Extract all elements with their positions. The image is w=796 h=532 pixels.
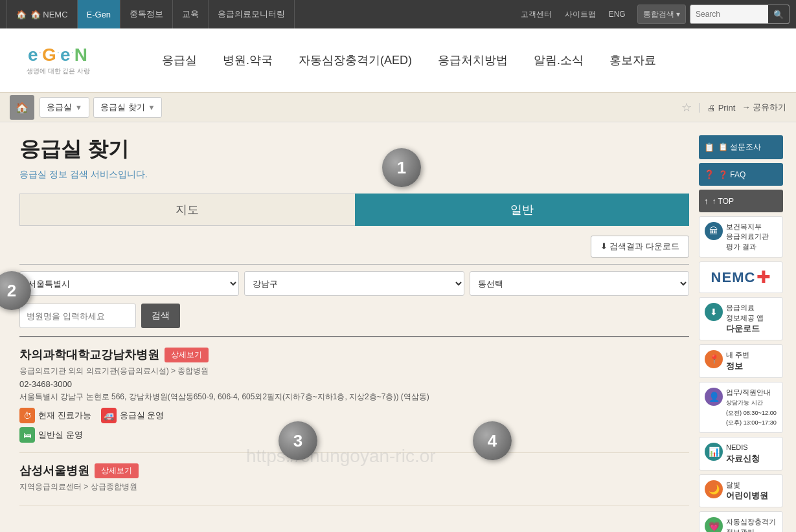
bed-icon: 🛏 <box>19 427 35 443</box>
district-select[interactable]: 강남구 <box>244 271 464 296</box>
staff-icon: 👤 <box>705 388 723 406</box>
favorite-star-button[interactable]: ☆ <box>681 100 692 115</box>
staff-text: 업무/직원안내상담가능 시간(오전) 08:30~12:00(오후) 13:00… <box>726 388 777 428</box>
hospital-detail-button-2[interactable]: 상세보기 <box>95 463 139 478</box>
sidebar-card-nearby[interactable]: 📍 내 주변정보 <box>699 344 783 378</box>
top-nav-jungdok[interactable]: 중독정보 <box>120 0 173 28</box>
top-nav-right: 고객센터 사이트맵 ENG 통합검색 ▾ 🔍 <box>514 5 790 24</box>
aed-text: 자동심장충격기정보관리 <box>726 517 776 532</box>
tab-general[interactable]: 일반 <box>355 194 690 226</box>
hospital-name-2: 삼성서울병원 <box>19 463 89 478</box>
chevron-down-icon: ▼ <box>75 104 82 111</box>
nemc-text: NEMC <box>711 269 756 286</box>
sidebar-card-health-ministry[interactable]: 🏛 보건복지부응급의료기관평가 결과 <box>699 216 783 258</box>
breadcrumb-home-button[interactable]: 🏠 <box>10 95 34 120</box>
tab-map[interactable]: 지도 <box>19 194 355 226</box>
print-button[interactable]: 🖨 Print <box>707 103 735 113</box>
search-combo-dropdown[interactable]: 통합검색 ▾ <box>637 5 686 24</box>
top-nav-sitemap[interactable]: 사이트맵 <box>558 9 602 20</box>
step-circle-4: 4 <box>473 421 512 460</box>
moon-icon: 🌙 <box>705 480 723 498</box>
hospital-type-2: 지역응급의료센터 > 상급종합병원 <box>19 482 689 493</box>
top-navigation: 🏠 🏠 NEMC E-Gen 중독정보 교육 응급의료모니터링 고객센터 사이트… <box>0 0 796 28</box>
heart-icon: 💗 <box>705 517 723 532</box>
search-filter-row: 검색 <box>19 304 689 328</box>
nemc-cross-icon: ✚ <box>756 267 771 287</box>
hospital-badges-2: 🛏 일반실 운영 <box>19 427 689 443</box>
faq-button[interactable]: ❓ ❓ FAQ <box>699 163 783 186</box>
logo[interactable]: e·G·e·N 생명에 대한 깊은 사랑 <box>19 38 97 83</box>
share-button[interactable]: → 공유하기 <box>742 102 786 113</box>
menu-news[interactable]: 알림.소식 <box>534 49 584 71</box>
nearby-text: 내 주변정보 <box>726 350 749 372</box>
page-content: 1 2 응급실 찾기 응급실 정보 검색 서비스입니다. 지도 일반 ⬇ 검색결… <box>0 122 796 532</box>
top-nav-monitoring[interactable]: 응급의료모니터링 <box>209 0 295 28</box>
step-circle-3: 3 <box>279 421 317 460</box>
top-nav-eng[interactable]: ENG <box>602 10 632 19</box>
top-nav-left: 🏠 🏠 NEMC E-Gen 중독정보 교육 응급의료모니터링 <box>6 0 295 28</box>
menu-promo[interactable]: 홍보자료 <box>609 49 656 71</box>
hospital-search-button[interactable]: 검색 <box>141 304 180 328</box>
top-search-input[interactable] <box>690 5 768 23</box>
sidebar-card-nedis[interactable]: 📊 NEDIS자료신청 <box>699 437 783 471</box>
nedis-text: NEDIS자료신청 <box>726 443 760 465</box>
survey-button[interactable]: 📋 📋 설문조사 <box>699 135 783 159</box>
top-search-button[interactable]: 🔍 <box>768 5 789 23</box>
main-navigation: e·G·e·N 생명에 대한 깊은 사랑 응급실 병원.약국 자동심장충격기(A… <box>0 28 796 93</box>
step-circle-1: 1 <box>382 148 421 187</box>
hospital-detail-button[interactable]: 상세보기 <box>165 348 209 362</box>
main-content: 1 2 응급실 찾기 응급실 정보 검색 서비스입니다. 지도 일반 ⬇ 검색결… <box>19 135 689 532</box>
menu-emergency-room[interactable]: 응급실 <box>162 49 197 71</box>
home-icon: 🏠 <box>16 102 28 114</box>
top-search-wrap: 🔍 <box>690 5 790 24</box>
results-area: 3 4 차의과학대학교강남차병원 상세보기 응급의료기관 외의 의료기관(응급의… <box>19 336 689 505</box>
logo-subtitle: 생명에 대한 깊은 사랑 <box>27 67 90 76</box>
menu-first-aid[interactable]: 응급처치방법 <box>438 49 508 71</box>
hospital-item: 차의과학대학교강남차병원 상세보기 응급의료기관 외의 의료기관(응급의료시설)… <box>19 337 689 453</box>
view-tabs: 지도 일반 <box>19 194 689 226</box>
breadcrumb-segment-emergency[interactable]: 응급실 ▼ <box>40 97 89 118</box>
breadcrumb-actions: ☆ | 🖨 Print → 공유하기 <box>681 100 786 115</box>
top-nav-education[interactable]: 교육 <box>173 0 209 28</box>
hospital-name: 차의과학대학교강남차병원 <box>19 347 159 362</box>
sidebar-card-aed[interactable]: 💗 자동심장충격기정보관리 <box>699 511 783 532</box>
moonlight-text: 달빛어린이병원 <box>726 480 768 502</box>
nemc-logo-card[interactable]: NEMC ✚ <box>699 261 783 293</box>
city-select[interactable]: 서울특별시 <box>19 271 239 296</box>
sidebar-card-download[interactable]: ⬇ 응급의료정보제공 앱다운로드 <box>699 297 783 340</box>
logo-text: e·G·e·N <box>28 45 89 65</box>
page-subtitle: 응급실 정보 검색 서비스입니다. <box>19 169 689 181</box>
sidebar-card-moonlight[interactable]: 🌙 달빛어린이병원 <box>699 474 783 508</box>
main-menu: 응급실 병원.약국 자동심장충격기(AED) 응급처치방법 알림.소식 홍보자료 <box>162 49 656 71</box>
arrow-up-icon: ↑ <box>704 196 709 206</box>
hospital-search-input[interactable] <box>19 304 136 328</box>
menu-hospital-pharmacy[interactable]: 병원.약국 <box>223 49 273 71</box>
hospital-address: 서울특별시 강남구 논현로 566, 강남차병원(역삼동650-9, 606-4… <box>19 392 689 403</box>
hospital-item-2: 삼성서울병원 상세보기 지역응급의료센터 > 상급종합병원 <box>19 453 689 505</box>
ambulance-icon: 🚑 <box>101 408 117 423</box>
top-nav-egen[interactable]: E-Gen <box>78 0 121 28</box>
hospital-badges: ⏱ 현재 진료가능 🚑 응급실 운영 <box>19 408 689 423</box>
dong-select[interactable]: 동선택 <box>470 271 689 296</box>
divider: | <box>698 102 701 113</box>
badge-inpatient: 🛏 일반실 운영 <box>19 427 83 443</box>
logo-area: e·G·e·N 생명에 대한 깊은 사랑 <box>19 38 136 83</box>
chart-icon: 📊 <box>705 443 723 461</box>
breadcrumb-segment-find[interactable]: 응급실 찾기 ▼ <box>93 97 163 118</box>
location-icon: 📍 <box>705 350 723 368</box>
top-nav-customer[interactable]: 고객센터 <box>514 9 558 20</box>
sidebar-card-staff[interactable]: 👤 업무/직원안내상담가능 시간(오전) 08:30~12:00(오후) 13:… <box>699 382 783 434</box>
filter-area: 서울특별시 강남구 동선택 검색 <box>19 264 689 328</box>
page-title: 응급실 찾기 <box>19 135 689 164</box>
menu-aed[interactable]: 자동심장충격기(AED) <box>299 49 412 71</box>
download-text: 응급의료정보제공 앱다운로드 <box>726 303 764 335</box>
hospital-name-row-2: 삼성서울병원 상세보기 <box>19 463 689 478</box>
top-nav-nemc[interactable]: 🏠 🏠 NEMC <box>6 0 78 28</box>
right-sidebar: 📋 📋 설문조사 ❓ ❓ FAQ ↑ ↑ TOP 🏛 보건복지부응급의료기관평가… <box>699 135 783 532</box>
top-button[interactable]: ↑ ↑ TOP <box>699 190 783 212</box>
hospital-name-row: 차의과학대학교강남차병원 상세보기 <box>19 347 689 362</box>
badge-emergency: 🚑 응급실 운영 <box>101 408 165 423</box>
download-row: ⬇ 검색결과 다운로드 <box>19 236 689 258</box>
download-results-button[interactable]: ⬇ 검색결과 다운로드 <box>591 236 689 258</box>
download-icon: ⬇ <box>705 303 723 321</box>
